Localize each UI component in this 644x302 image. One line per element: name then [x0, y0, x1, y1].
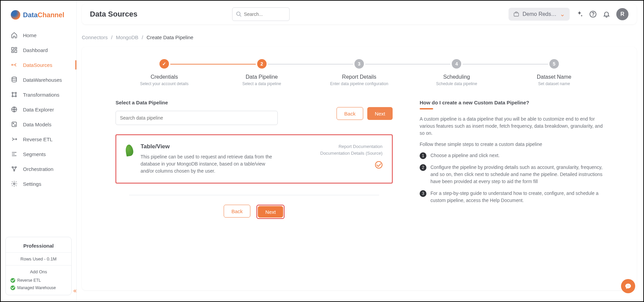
svg-point-14 — [16, 139, 17, 140]
topbar: Data Sources Demo Reds… ⌄ R — [82, 4, 637, 24]
step-report-details[interactable]: 3 Report Details Enter data pipeline con… — [311, 59, 408, 86]
addon-managed-warehouse: Managed Warehouse — [6, 284, 71, 292]
step-subtitle: Select a data pipeline — [213, 81, 310, 86]
bell-icon — [603, 10, 610, 18]
breadcrumb-sep: / — [142, 34, 143, 40]
home-icon — [11, 32, 18, 39]
chat-fab[interactable] — [621, 279, 635, 293]
step-circle: 3 — [354, 59, 364, 69]
step-subtitle: Select your account details — [116, 81, 213, 86]
svg-rect-1 — [15, 48, 17, 49]
help-steps-list: 1Choose a pipeline and click next. 2Conf… — [420, 152, 603, 204]
pipeline-description: This pipeline can be used to request and… — [141, 153, 279, 175]
sidebar-item-reverseetl[interactable]: Reverse ETL — [1, 132, 76, 147]
sidebar-item-home[interactable]: Home — [1, 28, 76, 43]
help-column: How do I create a new Custom Data Pipeli… — [420, 100, 603, 219]
svg-rect-3 — [12, 51, 14, 52]
svg-point-8 — [12, 96, 13, 97]
breadcrumb-mongodb[interactable]: MongoDB — [116, 34, 139, 40]
pipeline-card-table-view[interactable]: Table/View This pipeline can be used to … — [116, 134, 393, 183]
help-button[interactable] — [589, 10, 597, 18]
svg-point-23 — [627, 286, 627, 286]
main-panel: ✓ Credentials Select your account detail… — [82, 47, 637, 290]
step-data-pipeline[interactable]: 2 Data Pipeline Select a data pipeline — [213, 59, 310, 86]
sidebar-item-orchestration[interactable]: Orchestration — [1, 161, 76, 176]
step-circle: 5 — [549, 59, 559, 69]
segments-icon — [11, 151, 18, 157]
svg-rect-2 — [15, 50, 17, 53]
step-circle: 2 — [257, 59, 267, 69]
check-icon — [10, 285, 15, 290]
reverseetl-icon — [11, 136, 18, 143]
svg-point-18 — [14, 183, 15, 185]
step-title: Credentials — [116, 74, 213, 80]
report-documentation-link[interactable]: Report Documentation — [320, 143, 382, 150]
step-dataset-name[interactable]: 5 Dataset Name Set dataset name — [505, 59, 603, 86]
next-button-top[interactable]: Next — [367, 107, 393, 120]
brand-part1: Data — [23, 11, 38, 19]
sidebar-item-datasources[interactable]: DataSources — [1, 57, 76, 72]
step-credentials[interactable]: ✓ Credentials Select your account detail… — [116, 59, 213, 86]
help-title: How do I create a new Custom Data Pipeli… — [420, 100, 603, 105]
svg-point-25 — [629, 286, 630, 286]
step-subtitle: Schedule data pipeline — [408, 81, 505, 86]
help-step-2: 2Configure the pipeline by providing det… — [420, 164, 603, 185]
selected-check-icon — [375, 161, 382, 169]
sidebar-item-label: Reverse ETL — [23, 136, 53, 142]
sidebar-item-label: Settings — [23, 181, 41, 187]
sidebar: DataChannel Home Dashboard DataSources D… — [1, 1, 77, 301]
sidebar-item-dashboard[interactable]: Dashboard — [1, 43, 76, 57]
step-scheduling[interactable]: 4 Scheduling Schedule data pipeline — [408, 59, 505, 86]
sidebar-item-datawarehouses[interactable]: DataWarehouses — [1, 72, 76, 87]
pipeline-selection-column: Select a Data Pipeline Back Next Table/V… — [116, 100, 393, 219]
sidebar-item-dataexplorer[interactable]: Data Explorer — [1, 102, 76, 117]
sidebar-item-settings[interactable]: Settings — [1, 176, 76, 191]
sidebar-item-label: Transformations — [23, 92, 59, 98]
workspace-label: Demo Reds… — [523, 11, 556, 17]
breadcrumb-sep: / — [111, 34, 113, 40]
brand-logo[interactable]: DataChannel — [1, 7, 76, 28]
plan-addons-title: Add Ons — [6, 267, 71, 277]
sidebar-item-transformations[interactable]: Transformations — [1, 87, 76, 102]
sidebar-item-segments[interactable]: Segments — [1, 147, 76, 161]
step-circle: ✓ — [159, 59, 169, 69]
sidebar-item-label: Home — [23, 32, 36, 38]
pipeline-name: Table/View — [141, 143, 313, 150]
next-button-bottom[interactable]: Next — [258, 206, 283, 218]
avatar-letter: R — [620, 11, 624, 17]
gear-icon — [11, 180, 18, 187]
notifications-button[interactable] — [603, 10, 610, 18]
documentation-details-link[interactable]: Documentation Details (Source) — [320, 150, 382, 157]
help-step-text: For a step-by-step guide to understand h… — [430, 190, 603, 204]
svg-point-9 — [15, 96, 16, 97]
addon-label: Reverse ETL — [17, 278, 41, 283]
step-title: Data Pipeline — [213, 74, 310, 80]
help-step-1: 1Choose a pipeline and click next. — [420, 152, 603, 159]
sidebar-item-datamodels[interactable]: Data Models — [1, 117, 76, 132]
step-number-badge: 3 — [420, 190, 426, 197]
search-input[interactable] — [244, 11, 286, 17]
help-step-3: 3For a step-by-step guide to understand … — [420, 190, 603, 204]
back-button-top[interactable]: Back — [337, 107, 363, 120]
avatar[interactable]: R — [616, 8, 628, 20]
sparkle-button[interactable] — [576, 10, 583, 18]
stepper: ✓ Credentials Select your account detail… — [116, 59, 603, 86]
divider — [129, 195, 379, 195]
breadcrumb-connectors[interactable]: Connectors — [82, 34, 108, 40]
logo-mark-icon — [11, 10, 20, 20]
transformations-icon — [11, 91, 18, 98]
svg-point-13 — [15, 125, 16, 126]
datasources-icon — [11, 61, 18, 68]
pipeline-search-input[interactable] — [116, 111, 278, 125]
sparkle-icon — [576, 10, 583, 18]
search-input-wrap[interactable] — [232, 7, 290, 21]
brand-part2: Channel — [38, 11, 64, 19]
content-area: Connectors / MongoDB / Create Data Pipel… — [82, 34, 637, 295]
sidebar-item-label: DataWarehouses — [23, 77, 62, 83]
workspace-dropdown[interactable]: Demo Reds… ⌄ — [509, 8, 570, 21]
step-number-badge: 1 — [420, 152, 426, 159]
svg-point-7 — [15, 92, 16, 93]
help-intro-1: A custom pipeline is a data pipeline tha… — [420, 116, 603, 137]
sidebar-collapse-button[interactable]: « — [71, 286, 79, 295]
back-button-bottom[interactable]: Back — [224, 205, 250, 218]
